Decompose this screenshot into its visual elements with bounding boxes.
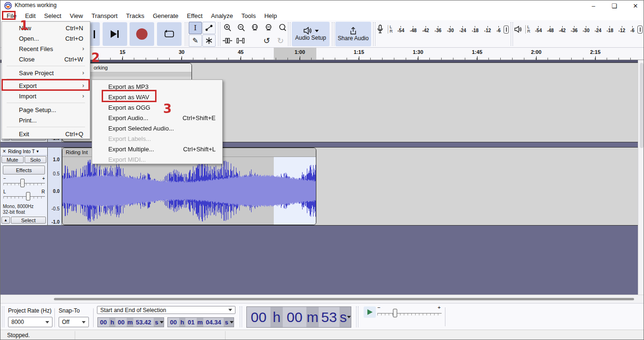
multi-tool-button[interactable]	[202, 35, 216, 47]
timeline-major-tick	[477, 56, 478, 60]
playback-meter-scale: -54 -48 -42 -36 -30 -24 -18 -12 -6	[532, 26, 638, 33]
audacity-window: Khomes working – ❏ ✕ File Edit Select Vi…	[0, 0, 644, 340]
record-button[interactable]	[130, 22, 154, 46]
trim-outside-selection-button[interactable]	[221, 35, 234, 47]
menu-tools[interactable]: Tools	[237, 11, 260, 20]
menu-item-print[interactable]: Print...	[3, 115, 89, 125]
toolbar-grip[interactable]	[2, 306, 4, 327]
toolbar-grip[interactable]	[185, 22, 187, 46]
menu-tracks[interactable]: Tracks	[122, 11, 149, 20]
audio-position-display[interactable]: 00 h 00 m 53 s	[246, 306, 351, 328]
track2-select-button[interactable]: Select	[11, 217, 46, 224]
chevron-down-icon	[347, 316, 351, 318]
menu-generate[interactable]: Generate	[148, 11, 183, 20]
menu-transport[interactable]: Transport	[87, 11, 122, 20]
timeline-major-tick	[182, 56, 182, 60]
skip-to-end-button[interactable]	[103, 22, 127, 46]
speed-minus-label: −	[377, 305, 380, 310]
horizontal-scrollbar-thumb[interactable]	[54, 298, 634, 300]
envelope-tool-button[interactable]	[202, 22, 216, 34]
zoom-toggle-button[interactable]	[276, 22, 289, 34]
menu-item-page-setup[interactable]: Page Setup...	[3, 105, 89, 115]
menu-item-export-labels[interactable]: Export Labels...	[93, 133, 221, 144]
project-rate-combo[interactable]: 8000	[8, 317, 52, 327]
recording-meter-scale: -54 -48 -42 -36 -30 -24 -18 -12 -6	[395, 26, 504, 33]
menu-analyze[interactable]: Analyze	[207, 11, 237, 20]
menu-item-new[interactable]: NewCtrl+N	[3, 23, 89, 33]
snap-to-combo[interactable]: Off	[59, 317, 89, 327]
toolbar-dock: I ✎	[0, 20, 644, 48]
toolbar-grip[interactable]	[332, 22, 334, 46]
track2-collapse-button[interactable]: ▲	[1, 217, 10, 224]
selection-tool-button[interactable]: I	[189, 22, 202, 34]
timeline-major-tick	[241, 56, 241, 60]
redo-button[interactable]: ↻	[274, 35, 287, 47]
menu-item-save-project[interactable]: Save Project›	[3, 68, 89, 78]
menu-item-open[interactable]: Open...Ctrl+O	[3, 33, 89, 44]
zoom-in-button[interactable]	[221, 22, 234, 34]
audio-setup-button[interactable]: Audio Setup	[292, 22, 330, 46]
share-audio-button[interactable]: Share Audio	[335, 22, 371, 46]
silence-selection-button[interactable]	[235, 35, 248, 47]
menu-help[interactable]: Help	[260, 11, 281, 20]
menu-item-recent-files[interactable]: Recent Files›	[3, 44, 89, 54]
menu-item-close[interactable]: CloseCtrl+W	[3, 54, 89, 64]
speed-slider-thumb[interactable]	[393, 309, 397, 317]
play-at-speed-button[interactable]	[364, 306, 376, 318]
menu-effect[interactable]: Effect	[183, 11, 207, 20]
menu-view[interactable]: View	[66, 11, 87, 20]
menu-item-export-audio[interactable]: Export Audio...Ctrl+Shift+E	[93, 113, 221, 123]
zoom-out-button[interactable]	[235, 22, 248, 34]
track2-gain-slider[interactable]: − +	[3, 177, 45, 189]
track2-pan-slider[interactable]: L R	[3, 190, 45, 202]
fit-selection-button[interactable]	[248, 22, 261, 34]
track2-close-button[interactable]: ×	[0, 148, 8, 155]
menu-item-export-multiple[interactable]: Export Multiple...Ctrl+Shift+L	[93, 144, 221, 154]
track2-solo-button[interactable]: Solo	[25, 156, 47, 163]
toolbar-grip[interactable]	[511, 22, 513, 46]
menu-item-export-ogg[interactable]: Export as OGG	[93, 102, 221, 113]
selection-end-time[interactable]: 00 h 01 m 04.34 s	[167, 317, 234, 327]
restore-button[interactable]: ❏	[606, 0, 622, 11]
undo-button[interactable]: ↺	[260, 35, 273, 47]
menu-item-export-midi[interactable]: Export MIDI...	[93, 154, 221, 165]
vertical-scrollbar-thumb[interactable]	[640, 63, 644, 148]
pan-right-label: R	[42, 189, 45, 194]
separator	[445, 307, 445, 326]
trim-audio-icon	[223, 37, 232, 44]
track2-effects-button[interactable]: Effects	[3, 166, 45, 174]
minimize-button[interactable]: –	[585, 0, 601, 11]
speaker-icon	[303, 27, 313, 35]
draw-tool-icon: ✎	[192, 36, 199, 45]
close-button[interactable]: ✕	[627, 0, 644, 11]
gain-slider-thumb[interactable]	[20, 179, 25, 187]
toolbar-grip[interactable]	[240, 306, 242, 327]
ruler-value: 0.0	[53, 189, 60, 194]
pan-slider-thumb[interactable]	[26, 192, 30, 201]
toolbar-grip[interactable]	[218, 22, 220, 46]
fit-project-button[interactable]	[262, 22, 275, 34]
playback-speed-slider[interactable]: − +	[377, 305, 442, 320]
zoom-in-icon	[223, 24, 232, 32]
menu-separator	[7, 103, 85, 103]
toolbar-grip[interactable]	[373, 22, 375, 46]
playback-meter[interactable]: LR -54 -48 -42 -36 -30 -24 -18 -12 -6	[514, 22, 643, 36]
toolbar-grip[interactable]	[288, 22, 290, 46]
vertical-scrollbar[interactable]	[638, 60, 644, 295]
track2-mute-button[interactable]: Mute	[1, 156, 24, 163]
selection-mode-combo[interactable]: Start and End of Selection	[97, 306, 235, 314]
recording-meter[interactable]: LR -54 -48 -42 -36 -30 -24 -18 -12 -6	[376, 22, 509, 36]
menu-select[interactable]: Select	[40, 11, 65, 20]
track2-name[interactable]: Riding Into T	[8, 149, 35, 154]
menu-item-exit[interactable]: ExitCtrl+Q	[3, 129, 89, 139]
share-audio-label: Share Audio	[338, 35, 368, 42]
menu-item-import[interactable]: Import›	[3, 91, 89, 101]
toolbar-grip[interactable]	[356, 306, 358, 327]
loop-button[interactable]	[157, 22, 182, 46]
waveform-canvas[interactable]	[62, 157, 316, 225]
draw-tool-button[interactable]: ✎	[189, 35, 202, 47]
timeline-label: 1:00	[290, 49, 309, 55]
track-menu-arrow-icon[interactable]: ▼	[36, 149, 40, 154]
selection-start-time[interactable]: 00 h 00 m 53.42 s	[97, 317, 164, 327]
menu-item-export-selected-audio[interactable]: Export Selected Audio...	[93, 123, 221, 133]
